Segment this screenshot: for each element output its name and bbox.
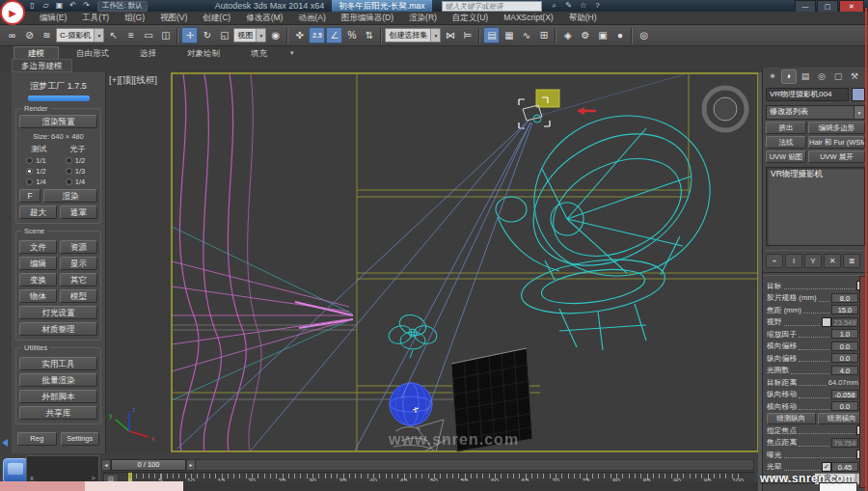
render-setup-icon[interactable]: ⚙ <box>577 27 593 43</box>
mask-button[interactable]: 遮罩 <box>60 205 97 219</box>
reg-button[interactable]: Reg <box>17 432 57 446</box>
undo-icon[interactable]: ↶ <box>68 1 78 11</box>
modifier-button-挤出[interactable]: 挤出 <box>766 122 806 134</box>
param-value-field[interactable]: 23.549 <box>831 317 858 327</box>
utility-button-共享库[interactable]: 共享库 <box>19 406 97 420</box>
ribbon-tab-填充[interactable]: 填充 <box>237 47 281 59</box>
menu-item[interactable]: 编辑(E) <box>33 12 73 24</box>
utility-button-批量渲染[interactable]: 批量渲染 <box>19 373 97 387</box>
workspace-dropdown[interactable]: 工作区: 默认 <box>97 1 148 12</box>
scene-button-显示[interactable]: 显示 <box>60 257 97 270</box>
use-pivot-point-icon[interactable]: ◉ <box>267 27 284 43</box>
menu-item[interactable]: 图形编辑器(D) <box>335 12 400 24</box>
motion-tab-icon[interactable]: ◎ <box>814 69 829 84</box>
param-value-field[interactable]: 8.0 <box>831 293 858 303</box>
select-and-scale-icon[interactable]: ◱ <box>216 27 232 43</box>
modifier-button-法线[interactable]: 法线 <box>766 136 806 149</box>
test-radio-option[interactable]: 1/2 <box>19 167 59 176</box>
render-production-icon[interactable]: ● <box>611 27 628 43</box>
previous-frame-button[interactable]: ◂ <box>101 459 111 471</box>
make-unique-icon[interactable]: Y <box>804 254 822 268</box>
select-object-icon[interactable]: ↖ <box>105 27 122 43</box>
scene-button-材质整理[interactable]: 材质整理 <box>19 322 97 336</box>
maxscript-listener-strip[interactable] <box>0 481 85 491</box>
scene-button-物体[interactable]: 物体 <box>19 289 57 303</box>
param-value-field[interactable]: 15.0 <box>831 305 858 314</box>
settings-button[interactable]: Settings <box>61 432 100 446</box>
chair-wireframe[interactable] <box>496 94 731 350</box>
viewport-label[interactable]: [+][顶][线框] <box>109 74 157 87</box>
select-and-rotate-icon[interactable]: ↻ <box>199 27 215 43</box>
tray-collapse-arrow-icon[interactable] <box>2 439 8 447</box>
select-and-manipulate-icon[interactable]: ✜ <box>291 27 308 43</box>
modifier-button-UVW 展开[interactable]: UVW 展开 <box>808 150 865 163</box>
ribbon-tab-选择[interactable]: 选择 <box>126 47 170 59</box>
select-and-move-icon[interactable]: ✛ <box>181 27 198 43</box>
create-tab-icon[interactable]: ✶ <box>765 69 780 84</box>
photon-radio-option[interactable]: 1/4 <box>59 177 98 186</box>
stack-item[interactable]: VR物理摄影机 <box>767 168 864 181</box>
object-color-swatch[interactable] <box>852 88 865 101</box>
polygon-modeling-panel-button[interactable]: 多边形建模 <box>12 59 72 72</box>
selection-filter-dropdown[interactable]: C-摄影机▼ <box>56 28 104 42</box>
menu-item[interactable]: MAXScript(X) <box>497 12 559 24</box>
ribbon-toggle-icon[interactable]: ▦ <box>501 27 517 43</box>
scene-button-文件[interactable]: 文件 <box>19 240 57 254</box>
scene-button-编辑[interactable]: 编辑 <box>19 257 57 270</box>
modifier-button-Hair 和 Fur (WSM[interactable]: Hair 和 Fur (WSM <box>808 136 865 149</box>
hierarchy-tab-icon[interactable]: ▤ <box>798 69 813 84</box>
scene-button-模型[interactable]: 模型 <box>60 289 97 303</box>
time-slider-handle[interactable]: 0 / 100 <box>111 459 186 471</box>
utilities-tab-icon[interactable]: ⚒ <box>847 69 862 84</box>
ribbon-tab-自由形式[interactable]: 自由形式 <box>63 47 122 59</box>
render-button[interactable]: 渲染 <box>43 189 97 203</box>
redo-icon[interactable]: ↷ <box>81 1 92 11</box>
search-icon[interactable]: ⌕ <box>550 1 559 11</box>
menu-item[interactable]: 视图(V) <box>153 12 194 24</box>
percent-snap-icon[interactable]: % <box>343 27 360 43</box>
param-value-field[interactable]: 0.0 <box>831 341 858 351</box>
menu-item[interactable]: 帮助(H) <box>562 12 604 24</box>
huge-render-button[interactable]: 超大 <box>19 205 57 219</box>
param-button-猜测纵向[interactable]: 猜测纵向 <box>767 413 816 424</box>
utility-button-外部脚本[interactable]: 外部脚本 <box>19 390 97 403</box>
window-crossing-icon[interactable]: ◫ <box>157 27 174 43</box>
mirror-icon[interactable]: ⋈ <box>442 27 458 43</box>
favorites-star-icon[interactable]: ☆ <box>579 1 588 11</box>
angle-snap-icon[interactable]: ∠ <box>326 27 342 43</box>
object-name-field[interactable]: VR物理摄影机004 <box>766 88 849 101</box>
render-iterative-icon[interactable]: ◎ <box>636 27 652 43</box>
param-checkbox[interactable]: ✓ <box>822 462 831 472</box>
modify-tab-icon[interactable]: ◗ <box>781 69 797 84</box>
open-file-icon[interactable]: ▱ <box>41 1 51 11</box>
scene-button-资源[interactable]: 资源 <box>60 240 97 254</box>
steering-wheel-ring[interactable] <box>704 88 746 130</box>
viewport-canvas[interactable]: x y z <box>106 72 758 453</box>
param-value-field[interactable]: 4.0 <box>831 366 858 375</box>
select-by-name-icon[interactable]: ≡ <box>122 27 139 43</box>
help-icon[interactable]: ? <box>593 1 603 11</box>
curve-editor-icon[interactable]: ∿ <box>518 27 534 43</box>
bind-to-space-warp-icon[interactable]: ≋ <box>39 27 55 43</box>
photon-radio-option[interactable]: 1/2 <box>59 156 98 165</box>
next-frame-button[interactable]: ▸ <box>186 459 196 471</box>
modifier-button-UVW 贴图[interactable]: UVW 贴图 <box>766 150 806 163</box>
f-button[interactable]: F <box>19 189 41 203</box>
unlink-selection-icon[interactable]: ⊘ <box>21 27 38 43</box>
param-value-field[interactable]: 1.0 <box>831 329 858 339</box>
schematic-view-icon[interactable]: ⊞ <box>535 27 552 43</box>
maxscript-listener-strip-light[interactable] <box>85 481 183 491</box>
test-radio-option[interactable]: 1/1 <box>19 156 59 165</box>
spinner-snap-icon[interactable]: ⇅ <box>361 27 377 43</box>
material-editor-icon[interactable]: ◈ <box>559 27 576 43</box>
param-value-field[interactable]: 0.0 <box>831 401 858 411</box>
mini-listener-panel[interactable]: x > <box>26 455 99 484</box>
utility-button-实用工具[interactable]: 实用工具 <box>19 357 97 370</box>
select-and-link-icon[interactable]: ∞ <box>4 27 20 43</box>
scene-button-灯光设置[interactable]: 灯光设置 <box>19 306 97 319</box>
rendered-frame-icon[interactable]: ▣ <box>594 27 610 43</box>
photon-radio-option[interactable]: 1/3 <box>59 167 98 176</box>
modifier-list-dropdown[interactable]: 修改器列表 ▼ <box>766 105 865 120</box>
viewport[interactable]: [+][顶][线框] <box>106 72 758 453</box>
menu-item[interactable]: 创建(C) <box>196 12 237 24</box>
